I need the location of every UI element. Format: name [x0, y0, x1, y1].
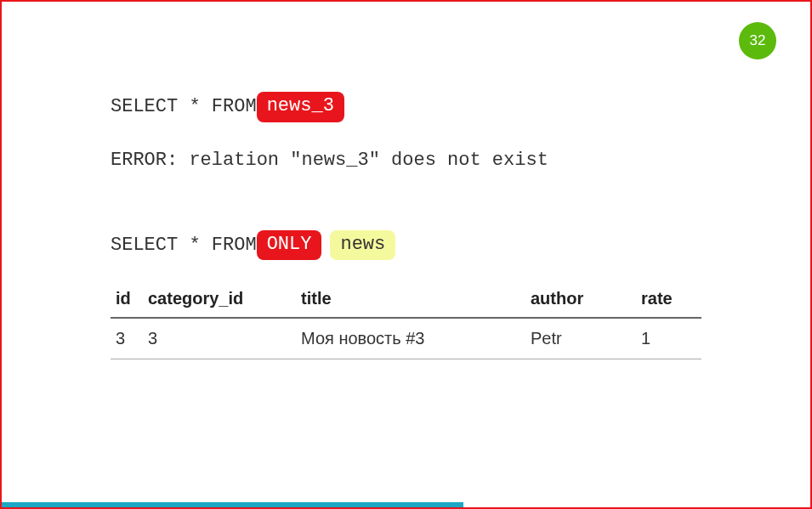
slide-number: 32: [750, 32, 766, 49]
query1-prefix: SELECT * FROM: [111, 96, 257, 117]
sql-error-line: ERROR: relation "news_3" does not exist: [111, 150, 701, 171]
sql-query-2: SELECT * FROM ONLY news: [111, 230, 701, 261]
sql-query-1: SELECT * FROM news_3: [111, 92, 701, 122]
query2-table-pill: news: [330, 230, 395, 261]
col-title: title: [296, 282, 525, 318]
cell-rate: 1: [636, 318, 701, 359]
query1-table-pill: news_3: [257, 92, 344, 122]
table-row: 3 3 Моя новость #3 Petr 1: [111, 318, 701, 359]
progress-bar: [2, 502, 463, 507]
col-author: author: [525, 282, 636, 318]
result-table: id category_id title author rate 3 3 Моя…: [111, 282, 701, 359]
error-text: ERROR: relation "news_3" does not exist: [111, 150, 548, 171]
cell-id: 3: [111, 318, 143, 359]
cell-category-id: 3: [143, 318, 296, 359]
cell-author: Petr: [525, 318, 636, 359]
col-rate: rate: [636, 282, 701, 318]
slide-number-badge: 32: [739, 22, 776, 59]
query2-only-pill: ONLY: [257, 230, 322, 261]
query2-prefix: SELECT * FROM: [111, 235, 257, 256]
col-id: id: [111, 282, 143, 318]
col-category-id: category_id: [143, 282, 296, 318]
table-header-row: id category_id title author rate: [111, 282, 701, 318]
slide-content: SELECT * FROM news_3 ERROR: relation "ne…: [2, 2, 810, 359]
cell-title: Моя новость #3: [296, 318, 525, 359]
